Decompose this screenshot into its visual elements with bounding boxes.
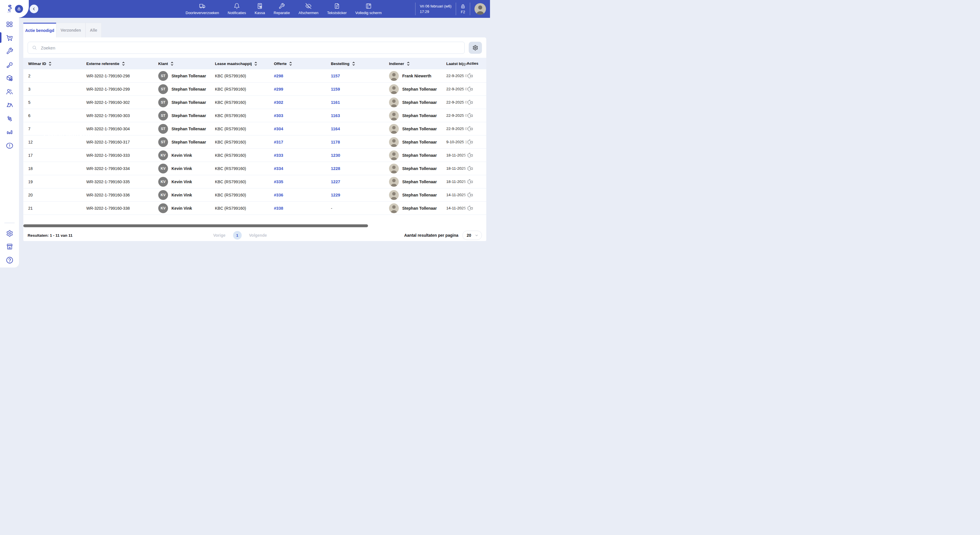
per-page-select[interactable]: 20 xyxy=(462,231,482,240)
column-header-klant[interactable]: Klant xyxy=(158,62,215,66)
table-row[interactable]: 6 WR-3202-1-799160-303 ST Stephan Tollen… xyxy=(23,109,486,122)
nav-volledig-scherm[interactable]: Volledig scherm xyxy=(355,3,382,15)
sidebar-bottom xyxy=(0,222,19,264)
sidebar-item-werkplaats[interactable] xyxy=(0,44,19,58)
user-avatar[interactable] xyxy=(474,3,486,15)
resend-ticket-action-icon[interactable] xyxy=(467,113,474,119)
nav-label: Notificaties xyxy=(228,11,246,15)
acties-sticky-column: Acties xyxy=(461,58,486,215)
sidebar-item-help[interactable] xyxy=(6,256,14,264)
tab-actie-benodigd[interactable]: Actie benodigd xyxy=(23,23,56,37)
bestelling-link[interactable]: 1163 xyxy=(331,113,340,118)
offerte-link[interactable]: #338 xyxy=(274,206,283,211)
nav-afschermen[interactable]: Afschermen xyxy=(298,3,318,15)
column-header-lease-maatschappij[interactable]: Lease maatschappij xyxy=(215,62,274,66)
bestelling-link[interactable]: 1178 xyxy=(331,140,340,144)
offerte-link[interactable]: #298 xyxy=(274,74,283,78)
column-header-externe-referentie[interactable]: Externe referentie xyxy=(86,62,158,66)
resend-ticket-action-icon[interactable] xyxy=(467,86,474,92)
offerte-link[interactable]: #335 xyxy=(274,179,283,184)
table-row[interactable]: 3 WR-3202-1-799160-299 ST Stephan Tollen… xyxy=(23,83,486,96)
sidebar-item-dashboard[interactable] xyxy=(0,17,19,31)
table-row[interactable]: 18 WR-3202-1-799160-334 KV Kevin Vink KB… xyxy=(23,162,486,175)
table-settings-button[interactable] xyxy=(469,42,482,54)
resend-ticket-action-icon[interactable] xyxy=(467,179,474,185)
sidebar xyxy=(0,0,19,268)
page-number-button[interactable]: 1 xyxy=(233,231,242,240)
nav-tekststicker[interactable]: Tekststicker xyxy=(327,3,347,15)
offerte-link[interactable]: #304 xyxy=(274,127,283,131)
sidebar-item-statistieken[interactable] xyxy=(0,125,19,139)
nav-doorleververzoeken[interactable]: Doorleververzoeken xyxy=(186,3,219,15)
column-header-bestelling[interactable]: Bestelling xyxy=(331,62,389,66)
offerte-link[interactable]: #317 xyxy=(274,140,283,144)
nav-notificaties[interactable]: Notificaties xyxy=(228,3,246,15)
offerte-link[interactable]: #336 xyxy=(274,193,283,197)
sidebar-item-meldingen[interactable] xyxy=(0,139,19,152)
resend-ticket-action-icon[interactable] xyxy=(467,126,474,132)
bestelling-link[interactable]: 1230 xyxy=(331,153,340,158)
table-row[interactable]: 2 WR-3202-1-799160-298 ST Stephan Tollen… xyxy=(23,69,486,83)
back-button[interactable] xyxy=(30,5,38,13)
help-circle-icon xyxy=(6,256,14,264)
resend-ticket-action-icon[interactable] xyxy=(467,73,474,79)
cell-wilmar-id: 21 xyxy=(23,206,86,211)
lock-screen-button[interactable]: F2 xyxy=(460,4,466,14)
sidebar-item-verhuur[interactable] xyxy=(0,58,19,71)
bar-chart-icon xyxy=(6,129,13,136)
top-nav: Doorleververzoeken Notificaties Kassa Re… xyxy=(186,0,382,18)
bestelling-link[interactable]: 1157 xyxy=(331,74,340,78)
sort-icon xyxy=(407,62,410,66)
column-header-indiener[interactable]: Indiener xyxy=(389,62,446,66)
resend-ticket-action-icon[interactable] xyxy=(467,205,474,211)
cell-wilmar-id: 2 xyxy=(23,74,86,78)
offerte-link[interactable]: #333 xyxy=(274,153,283,158)
resend-ticket-action-icon[interactable] xyxy=(467,192,474,198)
lock-badge[interactable] xyxy=(14,4,24,14)
resend-ticket-action-icon[interactable] xyxy=(467,152,474,159)
table-row[interactable]: 19 WR-3202-1-799160-335 KV Kevin Vink KB… xyxy=(23,175,486,188)
tab-verzonden[interactable]: Verzonden xyxy=(56,23,86,37)
nav-reparatie[interactable]: Reparatie xyxy=(274,3,290,15)
sidebar-item-fietsen[interactable] xyxy=(0,98,19,112)
bestelling-link[interactable]: 1164 xyxy=(331,127,340,131)
resend-ticket-action-icon[interactable] xyxy=(467,165,474,172)
resend-ticket-action-icon[interactable] xyxy=(467,139,474,145)
offerte-link[interactable]: #299 xyxy=(274,87,283,92)
bestelling-link[interactable]: 1229 xyxy=(331,193,340,197)
table-row[interactable]: 5 WR-3202-1-799160-302 ST Stephan Tollen… xyxy=(23,96,486,109)
sidebar-item-verkoop[interactable] xyxy=(0,31,19,44)
nav-kassa[interactable]: Kassa xyxy=(255,3,265,15)
cell-wilmar-id: 12 xyxy=(23,140,86,144)
column-header-wilmar-id[interactable]: Wilmar ID xyxy=(23,62,86,66)
acties-cell xyxy=(461,175,486,188)
bestelling-link[interactable]: 1161 xyxy=(331,100,340,105)
next-page-button[interactable]: Volgende xyxy=(249,233,267,238)
bestelling-link[interactable]: 1228 xyxy=(331,166,340,171)
bestelling-link[interactable]: - xyxy=(331,206,332,211)
previous-page-button[interactable]: Vorige xyxy=(213,233,226,238)
sidebar-item-instellingen[interactable] xyxy=(6,230,13,237)
tab-label: Verzonden xyxy=(61,28,81,32)
bestelling-link[interactable]: 1227 xyxy=(331,179,340,184)
klant-name: Stephan Tollenaar xyxy=(172,100,206,105)
sidebar-item-klanten[interactable] xyxy=(0,85,19,98)
indiener-name: Stephan Tollenaar xyxy=(402,140,437,144)
offerte-link[interactable]: #334 xyxy=(274,166,283,171)
table-row[interactable]: 21 WR-3202-1-799160-338 KV Kevin Vink KB… xyxy=(23,202,486,215)
table-row[interactable]: 17 WR-3202-1-799160-333 KV Kevin Vink KB… xyxy=(23,149,486,162)
divider xyxy=(470,3,470,15)
search-input[interactable] xyxy=(40,45,460,51)
table-row[interactable]: 20 WR-3202-1-799160-336 KV Kevin Vink KB… xyxy=(23,188,486,202)
offerte-link[interactable]: #303 xyxy=(274,113,283,118)
column-header-offerte[interactable]: Offerte xyxy=(274,62,331,66)
horizontal-scrollbar-thumb[interactable] xyxy=(23,224,368,227)
sidebar-item-objecten[interactable] xyxy=(0,112,19,125)
bestelling-link[interactable]: 1159 xyxy=(331,87,340,92)
resend-ticket-action-icon[interactable] xyxy=(467,99,474,106)
cell-indiener: Stephan Tollenaar xyxy=(389,124,446,134)
sidebar-item-winkel[interactable] xyxy=(6,243,13,250)
sidebar-item-voorraad[interactable] xyxy=(0,71,19,85)
offerte-link[interactable]: #302 xyxy=(274,100,283,105)
tab-alle[interactable]: Alle xyxy=(86,23,102,37)
